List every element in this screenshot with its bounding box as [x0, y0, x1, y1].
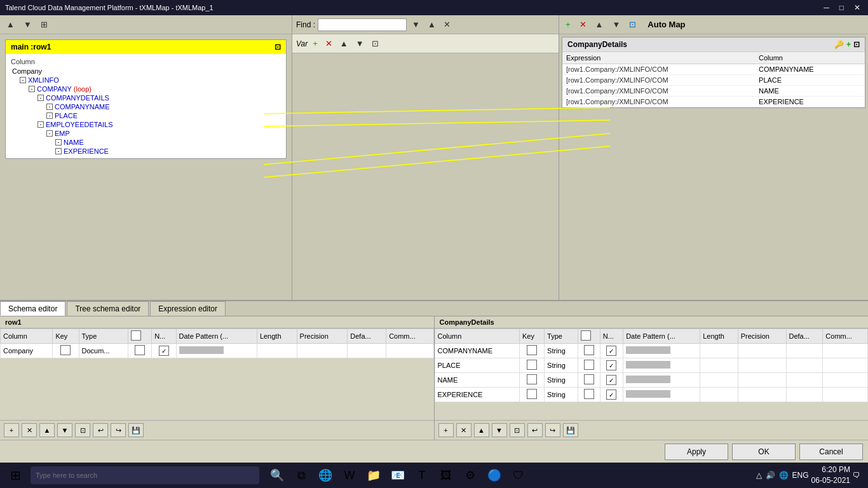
r-row-3-type: String	[545, 373, 578, 388]
right-down-tool[interactable]: ▼	[492, 423, 507, 437]
taskbar-talend-icon[interactable]: ⚙	[460, 465, 480, 485]
tree-item-companydetails[interactable]: - COMPANYDETAILS	[11, 93, 281, 102]
left-add-tool[interactable]: +	[4, 423, 19, 437]
find-clear-button[interactable]: ✕	[441, 18, 453, 30]
left-down-button[interactable]: ▼	[21, 18, 34, 30]
right-add-button[interactable]: +	[563, 18, 573, 30]
company-loop-toggle[interactable]: -	[29, 86, 35, 92]
notification-icon[interactable]: 🗨	[853, 471, 860, 480]
tab-schema-editor[interactable]: Schema editor	[0, 301, 65, 316]
right-up-button[interactable]: ▲	[593, 18, 606, 30]
var-add-button[interactable]: +	[310, 37, 320, 50]
taskbar-search[interactable]	[31, 466, 259, 484]
maximize-button[interactable]: □	[837, 3, 846, 12]
taskbar-teams-icon[interactable]: T	[412, 465, 432, 485]
name-toggle[interactable]: -	[55, 139, 62, 146]
var-expand-button[interactable]: ⊡	[369, 37, 381, 50]
taskbar-photos-icon[interactable]: 🖼	[436, 465, 456, 485]
n-check-header[interactable]	[135, 345, 145, 355]
cancel-button[interactable]: Cancel	[799, 444, 863, 460]
find-down-button[interactable]: ▼	[409, 18, 423, 30]
minimize-button[interactable]: ─	[821, 3, 832, 12]
var-remove-button[interactable]: ✕	[323, 37, 335, 50]
r-key-1[interactable]	[527, 345, 537, 355]
left-save-tool[interactable]: 💾	[128, 423, 144, 437]
tab-expression-editor[interactable]: Expression editor	[150, 301, 226, 316]
tree-item-company-loop[interactable]: - COMPANY (loop)	[11, 85, 281, 93]
place-toggle[interactable]: -	[46, 112, 53, 119]
taskbar-folder-icon[interactable]: 📁	[363, 465, 384, 485]
nullable-checkbox[interactable]	[159, 346, 169, 356]
taskbar-edge-icon[interactable]: 🌐	[315, 465, 336, 485]
companydetails-toggle[interactable]: -	[37, 95, 44, 101]
right-export-tool[interactable]: ↪	[545, 423, 560, 437]
left-down-tool[interactable]: ▼	[57, 423, 72, 437]
left-up-tool[interactable]: ▲	[39, 423, 55, 437]
right-up-tool[interactable]: ▲	[474, 423, 489, 437]
window-controls[interactable]: ─ □ ✕	[821, 3, 863, 12]
right-del-tool[interactable]: ✕	[456, 423, 471, 437]
emp-label: EMP	[55, 130, 70, 137]
r-row-1-type: String	[545, 344, 578, 358]
left-expand-button[interactable]: ⊞	[38, 18, 50, 30]
right-settings-button[interactable]: ⊡	[627, 18, 639, 30]
left-copy-tool[interactable]: ⊡	[75, 423, 90, 437]
r-key-2[interactable]	[527, 360, 537, 370]
col-header-date: Date Pattern (...	[176, 329, 257, 344]
var-up-button[interactable]: ▲	[337, 37, 351, 50]
expr-1: [row1.Company:/XMLINFO/COM	[562, 64, 755, 75]
taskbar-task-view-icon[interactable]: ⧉	[291, 465, 311, 485]
right-remove-button[interactable]: ✕	[577, 18, 589, 30]
xmlinfo-toggle[interactable]: -	[20, 77, 26, 83]
find-up-button[interactable]: ▲	[425, 18, 438, 30]
left-import-tool[interactable]: ↩	[93, 423, 108, 437]
r-ncheck-4[interactable]	[584, 389, 594, 399]
r-row-2-date	[623, 358, 700, 373]
tree-item-name[interactable]: - NAME	[11, 138, 281, 147]
r-ncheck-1[interactable]	[584, 345, 594, 355]
tree-item-company[interactable]: Company	[11, 67, 281, 76]
employeedetails-toggle[interactable]: -	[37, 121, 44, 128]
left-pane-title: row1	[0, 316, 434, 329]
right-add-tool[interactable]: +	[438, 423, 454, 437]
r-nullable-1[interactable]	[606, 346, 616, 356]
tree-item-place[interactable]: - PLACE	[11, 111, 281, 120]
ok-button[interactable]: OK	[732, 444, 796, 460]
start-button[interactable]: ⊞	[3, 464, 28, 487]
experience-toggle[interactable]: -	[55, 148, 62, 154]
taskbar-outlook-icon[interactable]: 📧	[388, 465, 408, 485]
close-button[interactable]: ✕	[851, 3, 863, 12]
r-nullable-2[interactable]	[606, 360, 616, 370]
right-down-button[interactable]: ▼	[609, 18, 623, 30]
r-key-4[interactable]	[527, 389, 537, 399]
tab-tree-schema-editor[interactable]: Tree schema editor	[67, 301, 149, 316]
tree-item-companyname[interactable]: - COMPANYNAME	[11, 102, 281, 111]
emp-toggle[interactable]: -	[46, 130, 53, 137]
taskbar-chrome-icon[interactable]: 🔵	[484, 465, 505, 485]
r-key-3[interactable]	[527, 374, 537, 384]
companyname-toggle[interactable]: -	[46, 104, 53, 110]
r-nullable-3[interactable]	[606, 375, 616, 385]
find-label: Find :	[296, 20, 315, 29]
tree-item-xmlinfo[interactable]: - XMLINFO	[11, 76, 281, 85]
r-date-bar-2	[626, 361, 670, 369]
r-ncheck-3[interactable]	[584, 374, 594, 384]
left-del-tool[interactable]: ✕	[22, 423, 37, 437]
apply-button[interactable]: Apply	[665, 444, 728, 460]
right-import-tool[interactable]: ↩	[527, 423, 543, 437]
tree-item-employeedetails[interactable]: - EMPLOYEEDETAILS	[11, 120, 281, 129]
tree-item-experience[interactable]: - EXPERIENCE	[11, 147, 281, 156]
tree-item-emp[interactable]: - EMP	[11, 129, 281, 138]
taskbar-word-icon[interactable]: W	[339, 465, 360, 485]
left-up-button[interactable]: ▲	[4, 18, 17, 30]
var-down-button[interactable]: ▼	[353, 37, 367, 50]
right-save-tool[interactable]: 💾	[563, 423, 578, 437]
taskbar-security-icon[interactable]: 🛡	[508, 465, 529, 485]
r-ncheck-2[interactable]	[584, 360, 594, 370]
left-export-tool[interactable]: ↪	[111, 423, 126, 437]
taskbar-search-icon[interactable]: 🔍	[267, 465, 287, 485]
right-copy-tool[interactable]: ⊡	[510, 423, 525, 437]
find-input[interactable]	[318, 18, 407, 31]
key-checkbox[interactable]	[60, 345, 71, 355]
r-nullable-4[interactable]	[606, 390, 616, 400]
